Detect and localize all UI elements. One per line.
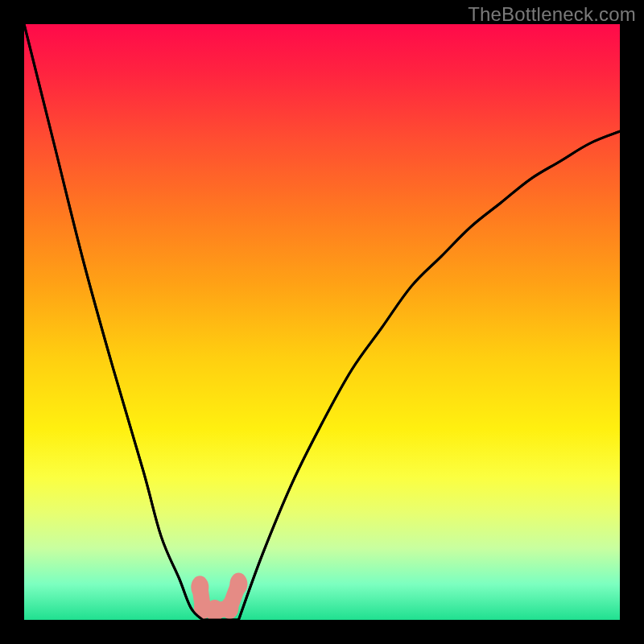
- curve-canvas: [24, 24, 620, 620]
- chart-frame: TheBottleneck.com: [0, 0, 644, 644]
- watermark-text: TheBottleneck.com: [468, 3, 636, 26]
- plot-area: [24, 24, 620, 620]
